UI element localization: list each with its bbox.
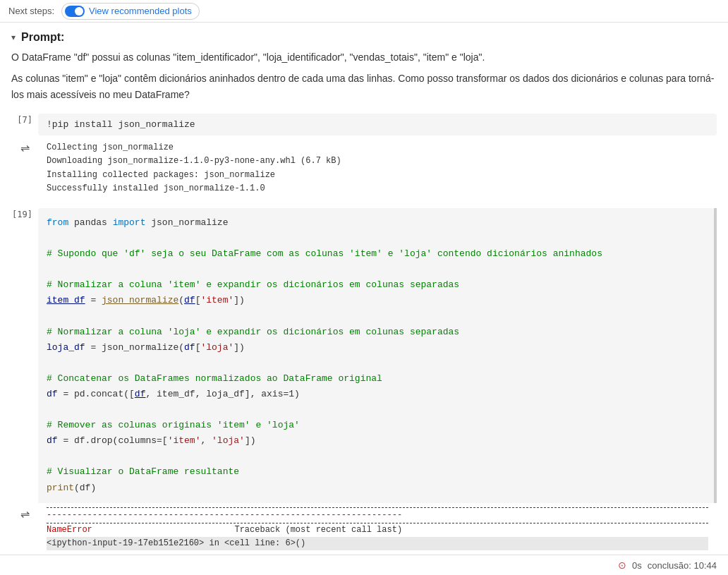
prompt-title: Prompt: bbox=[21, 31, 64, 44]
cell-19-inner: [19] from pandas import json_normalize #… bbox=[11, 208, 717, 503]
cell-7-output-content: Collecting json_normalize Downloading js… bbox=[38, 137, 717, 200]
error-name: NameError bbox=[47, 525, 92, 535]
error-name-line: NameError Traceback (most recent call la… bbox=[47, 523, 708, 537]
error-dashes: ----------------------------------------… bbox=[47, 507, 708, 523]
toggle-switch-icon bbox=[65, 6, 85, 17]
cell-19-code[interactable]: from pandas import json_normalize # Supo… bbox=[38, 208, 714, 503]
main-content: ▾ Prompt: O DataFrame "df" possui as col… bbox=[0, 23, 728, 555]
cell-19-number: [19] bbox=[11, 208, 38, 503]
cell-7-output: ⇌ Collecting json_normalize Downloading … bbox=[11, 137, 717, 200]
prompt-paragraph2: As colunas "item" e "loja" contêm dicion… bbox=[11, 71, 717, 102]
cell-19-error-output: ⇌ --------------------------------------… bbox=[11, 503, 717, 555]
prompt-paragraph1: O DataFrame "df" possui as colunas "item… bbox=[11, 49, 717, 65]
output-line-3: Installing collected packages: json_norm… bbox=[47, 169, 708, 182]
output-arrows-icon: ⇌ bbox=[20, 141, 30, 155]
prompt-section: ▾ Prompt: O DataFrame "df" possui as col… bbox=[11, 31, 717, 102]
cell-19: [19] from pandas import json_normalize #… bbox=[11, 208, 717, 555]
output-line-4: Successfully installed json_normalize-1.… bbox=[47, 182, 708, 195]
cell-7-output-icon: ⇌ bbox=[11, 137, 38, 200]
cell-7: [7] !pip install json_normalize bbox=[11, 114, 717, 135]
traceback-highlight: <ipython-input-19-17eb151e2160> in <cell… bbox=[47, 537, 708, 550]
chevron-down-icon: ▾ bbox=[11, 32, 16, 42]
next-steps-label: Next steps: bbox=[8, 6, 54, 16]
view-recommended-plots-button[interactable]: View recommended plots bbox=[61, 3, 200, 20]
output-line-1: Collecting json_normalize bbox=[47, 141, 708, 155]
traceback-label bbox=[97, 525, 229, 535]
top-bar: Next steps: View recommended plots bbox=[0, 0, 728, 23]
cell-7-code[interactable]: !pip install json_normalize bbox=[38, 114, 717, 135]
cell-19-output-icon: ⇌ bbox=[11, 503, 38, 555]
error-content: ----------------------------------------… bbox=[38, 503, 717, 555]
output-line-2: Downloading json_normalize-1.1.0-py3-non… bbox=[47, 155, 708, 168]
prompt-header: ▾ Prompt: bbox=[11, 31, 717, 44]
cell-divider bbox=[714, 208, 717, 503]
error-arrows-icon: ⇌ bbox=[20, 507, 30, 521]
toggle-button-label: View recommended plots bbox=[89, 6, 192, 16]
cell-7-number: [7] bbox=[11, 114, 38, 135]
traceback-input-line: <ipython-input-19-17eb151e2160> in <cell… bbox=[47, 537, 708, 550]
traceback-text: Traceback (most recent call last) bbox=[234, 525, 402, 535]
